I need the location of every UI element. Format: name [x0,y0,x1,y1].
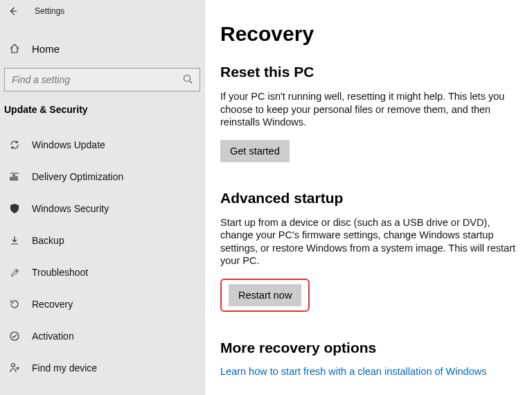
sidebar-item-label: Windows Security [32,203,109,214]
window-title: Settings [35,6,64,16]
sidebar-item-label: Recovery [32,299,73,310]
search-wrap [0,68,204,91]
sidebar-item-windows-update[interactable]: Windows Update [0,129,204,161]
svg-point-0 [184,76,190,82]
activation-icon [8,330,21,342]
home-label: Home [32,43,60,55]
shield-icon [8,202,21,215]
home-icon [8,43,21,54]
sidebar-item-label: Backup [32,235,64,246]
start-fresh-link[interactable]: Learn how to start fresh with a clean in… [220,366,517,377]
restart-now-callout: Restart now [220,279,310,312]
more-heading: More recovery options [220,340,517,356]
section-reset-pc: Reset this PC If your PC isn't running w… [220,64,517,162]
backup-icon [8,234,21,247]
sidebar-nav-list: Windows Update Delivery Optimization Win… [0,129,204,384]
sync-icon [8,139,21,151]
svg-point-2 [12,364,15,367]
svg-point-1 [10,332,19,340]
sidebar-item-label: Activation [32,331,74,342]
optimize-icon [8,170,21,183]
sidebar-item-label: Windows Update [32,139,105,150]
page-title: Recovery [220,22,517,46]
main-content: Recovery Reset this PC If your PC isn't … [205,0,532,395]
restart-now-button[interactable]: Restart now [229,284,301,306]
sidebar-item-activation[interactable]: Activation [0,320,204,352]
advanced-heading: Advanced startup [220,190,517,207]
reset-heading: Reset this PC [220,64,517,80]
sidebar-item-find-my-device[interactable]: Find my device [0,352,204,384]
sidebar: Settings Home Update & Security Windows … [0,0,205,395]
findmydevice-icon [8,362,21,374]
titlebar: Settings [0,0,204,19]
sidebar-item-home[interactable]: Home [0,33,204,64]
back-button[interactable] [6,6,19,16]
sidebar-item-troubleshoot[interactable]: Troubleshoot [0,256,204,288]
sidebar-item-label: Find my device [32,362,97,374]
sidebar-section-label: Update & Security [0,91,204,122]
sidebar-item-delivery-optimization[interactable]: Delivery Optimization [0,161,204,193]
troubleshoot-icon [8,266,21,279]
sidebar-item-label: Troubleshoot [32,267,88,278]
get-started-button[interactable]: Get started [220,140,290,162]
sidebar-item-recovery[interactable]: Recovery [0,288,204,320]
sidebar-item-backup[interactable]: Backup [0,225,204,256]
reset-text: If your PC isn't running well, resetting… [220,90,517,129]
section-advanced-startup: Advanced startup Start up from a device … [220,190,517,312]
arrow-left-icon [8,6,17,16]
sidebar-item-label: Delivery Optimization [32,171,123,182]
search-input[interactable] [4,68,200,91]
advanced-text: Start up from a device or disc (such as … [220,216,517,267]
recovery-icon [8,298,21,310]
search-icon [182,73,193,85]
section-more-recovery: More recovery options Learn how to start… [220,340,517,377]
sidebar-item-windows-security[interactable]: Windows Security [0,193,204,225]
